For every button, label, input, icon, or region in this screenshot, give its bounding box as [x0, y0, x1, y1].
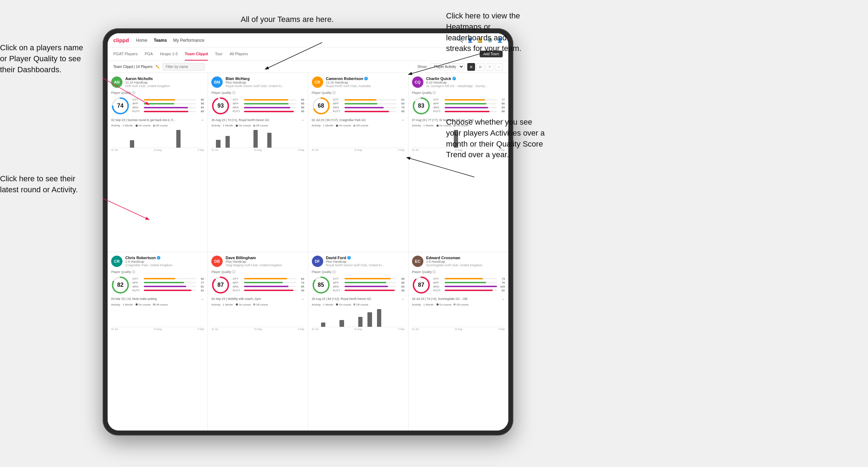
- tab-pgat-players[interactable]: PGAT Players: [113, 47, 138, 61]
- stat-bar-bg: [344, 103, 397, 104]
- stat-bar-bg: [244, 111, 296, 112]
- latest-round[interactable]: 02 Jul 23 | 59 (+17), Craigmillar Park G…: [312, 118, 405, 122]
- chart-labels: 31 Jul21 Aug4 Sep: [211, 149, 304, 151]
- player-card[interactable]: CR Cameron Robertson ✓ 11:15 Handicap Ro…: [308, 73, 408, 252]
- latest-round-text: 26 Aug 23 | 73 (+1), Royal North Devon G…: [211, 118, 269, 122]
- show-select[interactable]: Player Activity: [430, 63, 464, 70]
- nav-links: Home Teams My Performance: [136, 38, 204, 43]
- latest-round-arrow[interactable]: →: [501, 297, 505, 301]
- quality-circle[interactable]: 82: [111, 276, 130, 294]
- latest-round[interactable]: 26 Aug 23 | 84 (+12), Royal North Devon …: [312, 297, 405, 301]
- activity-header: Activity · 1 Month On course Off course: [111, 124, 204, 127]
- edit-icon[interactable]: ✏️: [155, 65, 160, 69]
- stat-bar-fill: [344, 278, 391, 279]
- quality-number: 87: [418, 282, 424, 288]
- stat-label: OTT: [433, 277, 443, 280]
- latest-round[interactable]: 03 Mar 23 | 19, Must make putting →: [111, 297, 204, 301]
- stat-label: ARG: [132, 285, 142, 288]
- stat-value: 77: [498, 98, 505, 101]
- tab-team-clippd[interactable]: Team Clippd: [185, 47, 208, 61]
- on-course-dot: [236, 125, 238, 127]
- quality-circle[interactable]: 74: [111, 97, 130, 115]
- chart-bar: [267, 133, 272, 148]
- player-card[interactable]: EC Edward Crossman 1-5 Handicap Sunningd…: [409, 252, 508, 431]
- off-course-label: Off course: [156, 124, 168, 127]
- latest-round-arrow[interactable]: →: [200, 118, 204, 122]
- quality-circle[interactable]: 87: [211, 276, 230, 294]
- quality-circle[interactable]: 87: [412, 276, 430, 294]
- list-view-button[interactable]: ⊟: [476, 63, 484, 71]
- player-card[interactable]: BM Blair McHarg Plus Handicap Royal Nort…: [208, 73, 308, 252]
- stat-bar-fill: [144, 290, 192, 291]
- latest-round-arrow[interactable]: →: [301, 118, 304, 122]
- stat-row: OTT 60: [132, 98, 204, 101]
- latest-round-arrow[interactable]: →: [200, 297, 204, 301]
- player-name[interactable]: David Ford ✓: [326, 256, 405, 260]
- player-name[interactable]: Dave Billingham: [225, 256, 304, 260]
- player-info: Charlie Quick ✓ 6:10 Handicap St. George…: [426, 76, 505, 88]
- stat-bar-bg: [344, 282, 397, 283]
- stat-bar-bg: [445, 99, 497, 101]
- filter-button[interactable]: ▽: [486, 63, 493, 71]
- stat-bar-fill: [244, 286, 289, 287]
- stat-label: APP: [333, 281, 343, 284]
- stat-bars: OTT 73 APP 79 ARG 103 PUTT: [433, 277, 505, 293]
- verified-badge: ✓: [452, 77, 456, 80]
- quality-circle[interactable]: 83: [412, 97, 430, 115]
- player-card[interactable]: AN Aaron Nicholls 11:15 Handicap Drift G…: [108, 73, 207, 252]
- nav-logo[interactable]: clippd: [113, 37, 129, 43]
- player-name[interactable]: Blair McHarg: [225, 76, 304, 81]
- player-name[interactable]: Cameron Robertson ✓: [326, 76, 405, 81]
- stat-label: OTT: [333, 277, 343, 280]
- stat-value: 75: [398, 106, 405, 109]
- stat-bar-fill: [445, 286, 497, 287]
- nav-my-performance[interactable]: My Performance: [173, 38, 204, 43]
- stat-bar-bg: [244, 99, 296, 101]
- player-name[interactable]: Aaron Nicholls: [125, 76, 204, 81]
- latest-round[interactable]: 04 Sep 23 | Mobility with coach, Gym →: [211, 297, 304, 301]
- quality-circle[interactable]: 93: [211, 97, 230, 115]
- stat-label: OTT: [233, 277, 242, 280]
- off-course-legend: Off course: [153, 303, 168, 306]
- nav-home[interactable]: Home: [136, 38, 147, 43]
- quality-circle[interactable]: 85: [312, 276, 330, 294]
- activity-header: Activity · 1 Month On course Off course: [312, 303, 405, 306]
- latest-round-arrow[interactable]: →: [401, 297, 405, 301]
- player-name[interactable]: Chris Robertson ✓: [125, 256, 204, 260]
- on-course-legend: On course: [136, 124, 151, 127]
- player-card[interactable]: DF David Ford ✓ Plus Handicap Royal Nort…: [308, 252, 408, 431]
- heatmaps-tooltip: Click here to view the Heatmaps or leade…: [446, 11, 524, 54]
- stat-row: ARG 103: [433, 285, 505, 288]
- nav-teams[interactable]: Teams: [154, 38, 167, 43]
- activity-label: Activity · 1 Month: [111, 124, 133, 127]
- activities-tooltip: Choose whether you see your players Acti…: [446, 117, 545, 160]
- quality-circle[interactable]: 68: [312, 97, 330, 115]
- player-card[interactable]: CR Chris Robertson ✓ 1-5 Handicap Craigm…: [108, 252, 207, 431]
- tab-all-players[interactable]: All Players: [230, 47, 248, 61]
- on-course-legend: On course: [436, 303, 452, 306]
- latest-round-arrow[interactable]: →: [401, 118, 405, 122]
- tab-hcaps[interactable]: Hcaps 1-5: [160, 47, 178, 61]
- player-card[interactable]: DB Dave Billingham Plus Handicap Stag Ma…: [208, 252, 308, 431]
- player-info: Chris Robertson ✓ 1-5 Handicap Craigmill…: [125, 256, 204, 267]
- tab-tour[interactable]: Tour: [215, 47, 222, 61]
- activity-label: Activity · 1 Month: [312, 124, 333, 127]
- stat-value: 103: [498, 285, 505, 288]
- on-course-legend: On course: [336, 124, 351, 127]
- grid-view-button[interactable]: ⊞: [467, 63, 475, 71]
- on-course-dot: [336, 303, 338, 306]
- latest-round[interactable]: 18 Jul 23 | 74 (+4), Sunningdale GC - Ol…: [412, 297, 505, 301]
- player-name[interactable]: Charlie Quick ✓: [426, 76, 505, 81]
- off-course-label: Off course: [156, 303, 168, 306]
- filter-search-input[interactable]: [162, 63, 205, 71]
- stat-label: PUTT: [433, 110, 443, 113]
- latest-round[interactable]: 26 Aug 23 | 73 (+1), Royal North Devon G…: [211, 118, 304, 122]
- latest-round-arrow[interactable]: →: [301, 297, 304, 301]
- tab-pga[interactable]: PGA: [145, 47, 153, 61]
- sort-button[interactable]: ↕: [495, 63, 503, 71]
- latest-round[interactable]: 02 Sep 23 | Sunrise round to get back in…: [111, 118, 204, 122]
- stat-row: ARG 83: [333, 285, 405, 288]
- stat-label: PUTT: [233, 110, 242, 113]
- player-card[interactable]: CQ Charlie Quick ✓ 6:10 Handicap St. Geo…: [409, 73, 508, 252]
- player-name[interactable]: Edward Crossman: [426, 256, 505, 260]
